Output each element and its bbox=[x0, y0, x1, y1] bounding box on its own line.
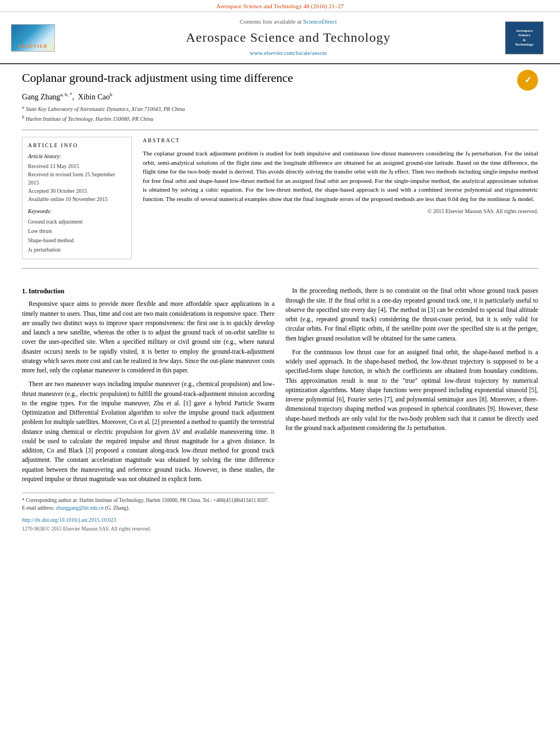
author-1-sup: a, b, * bbox=[60, 92, 72, 97]
footnote-section: * Corresponding author at: Harbin Instit… bbox=[22, 493, 275, 533]
journal-reference: Aerospace Science and Technology 48 (201… bbox=[216, 3, 344, 9]
keywords-list: Ground track adjustment Low thrust Shape… bbox=[28, 217, 126, 254]
email-link[interactable]: zhanggang@hit.edu.cn bbox=[56, 505, 104, 511]
email-name: (G. Zhang). bbox=[105, 505, 130, 511]
journal-header-center: Contents lists available at ScienceDirec… bbox=[71, 18, 505, 57]
article-history-label: Article history: bbox=[28, 153, 126, 160]
keyword-3: Shape-based method bbox=[28, 236, 126, 245]
received-2: Received in revised form 25 September 20… bbox=[28, 170, 126, 187]
sciencedirect-link[interactable]: ScienceDirect bbox=[303, 18, 337, 25]
section1-heading: 1. Introduction bbox=[22, 286, 275, 296]
crossmark-icon: ✓ bbox=[517, 70, 538, 91]
article-history-content: Received 13 May 2015 Received in revised… bbox=[28, 162, 126, 203]
paper-title: Coplanar ground-track adjustment using t… bbox=[22, 70, 512, 87]
divider-1 bbox=[22, 130, 538, 130]
title-row: Coplanar ground-track adjustment using t… bbox=[22, 70, 538, 91]
main-content: 1. Introduction Responsive space aims to… bbox=[0, 286, 560, 533]
top-bar: Aerospace Science and Technology 48 (201… bbox=[0, 0, 560, 12]
author-2-sup: b bbox=[110, 92, 113, 97]
copyright-line: © 2015 Elsevier Masson SAS. All rights r… bbox=[143, 208, 538, 215]
affiliations: a State Key Laboratory of Astronautic Dy… bbox=[22, 104, 538, 124]
journal-header: ELSEVIER Contents lists available at Sci… bbox=[0, 12, 560, 64]
article-info-abstract-section: ARTICLE INFO Article history: Received 1… bbox=[22, 137, 538, 259]
keyword-4: J₂ perturbation bbox=[28, 245, 126, 254]
article-info-heading: ARTICLE INFO bbox=[28, 142, 126, 149]
elsevier-logo-container: ELSEVIER bbox=[11, 24, 60, 52]
paper-body: Coplanar ground-track adjustment using t… bbox=[0, 64, 560, 287]
right-para1: In the proceeding methods, there is no c… bbox=[285, 286, 538, 343]
accepted: Accepted 30 October 2015 bbox=[28, 187, 126, 195]
contents-label: Contents lists available at bbox=[239, 18, 301, 25]
abstract-heading: ABSTRACT bbox=[143, 137, 538, 144]
affil-2-text: Harbin Institute of Technology, Harbin 1… bbox=[26, 116, 154, 122]
doi-line[interactable]: http://dx.doi.org/10.1016/j.ast.2015.10.… bbox=[22, 516, 275, 524]
author-1-name: Gang Zhang bbox=[22, 92, 60, 101]
keywords-label: Keywords: bbox=[28, 208, 126, 215]
left-column: 1. Introduction Responsive space aims to… bbox=[22, 286, 275, 533]
section1-para2: There are two maneuver ways including im… bbox=[22, 380, 275, 484]
right-column: In the proceeding methods, there is no c… bbox=[285, 286, 538, 533]
affil-1-text: State Key Laboratory of Astronautic Dyna… bbox=[26, 106, 185, 112]
author-2-name: Xibin Cao bbox=[78, 92, 110, 101]
affil-1-sup: a bbox=[22, 105, 24, 110]
affiliation-1: a State Key Laboratory of Astronautic Dy… bbox=[22, 104, 538, 113]
keyword-1: Ground track adjustment bbox=[28, 217, 126, 226]
abstract-column: ABSTRACT The coplanar ground track adjus… bbox=[143, 137, 538, 259]
article-info-column: ARTICLE INFO Article history: Received 1… bbox=[22, 137, 132, 259]
issn-line: 1270-9638/© 2015 Elsevier Masson SAS. Al… bbox=[22, 525, 275, 533]
available-online: Available online 10 November 2015 bbox=[28, 195, 126, 203]
authors-line: Gang Zhanga, b, *, Xibin Caob bbox=[22, 91, 538, 102]
journal-url[interactable]: www.elsevier.com/locate/aescte bbox=[71, 49, 505, 57]
corresponding-author: * Corresponding author at: Harbin Instit… bbox=[22, 496, 275, 504]
paper-title-container: Coplanar ground-track adjustment using t… bbox=[22, 70, 512, 91]
affiliation-2: b Harbin Institute of Technology, Harbin… bbox=[22, 114, 538, 123]
section1-para1: Responsive space aims to provide more fl… bbox=[22, 299, 275, 375]
right-para2: For the continuous low thrust case for a… bbox=[285, 348, 538, 433]
email-label: E-mail address: bbox=[22, 505, 56, 511]
affil-2-sup: b bbox=[22, 115, 24, 120]
abstract-text: The coplanar ground track adjustment pro… bbox=[143, 149, 538, 203]
journal-logo-box: AerospaceScience&Technology bbox=[505, 21, 549, 54]
keyword-2: Low thrust bbox=[28, 226, 126, 236]
journal-logo-image: AerospaceScience&Technology bbox=[505, 21, 544, 54]
journal-title: Aerospace Science and Technology bbox=[71, 29, 505, 47]
email-address: E-mail address: zhanggang@hit.edu.cn (G.… bbox=[22, 504, 275, 512]
contents-available-line: Contents lists available at ScienceDirec… bbox=[71, 18, 505, 26]
divider-2 bbox=[22, 268, 538, 269]
received-1: Received 13 May 2015 bbox=[28, 162, 126, 170]
elsevier-image: ELSEVIER bbox=[11, 24, 55, 52]
